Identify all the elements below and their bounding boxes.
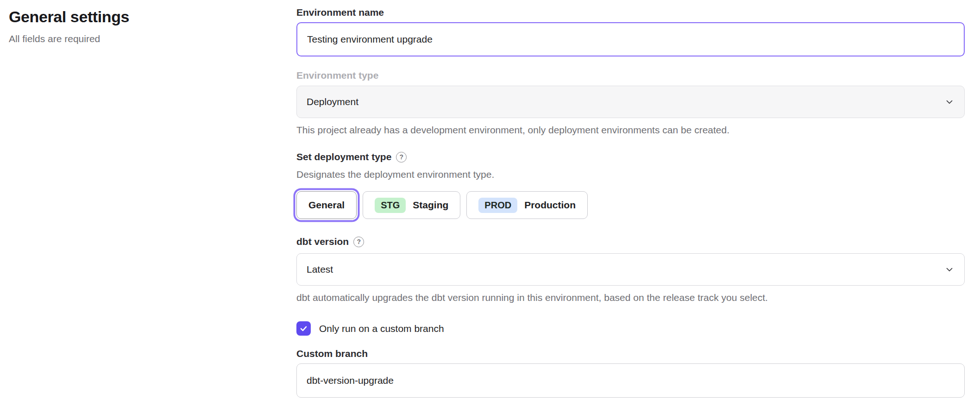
deployment-type-staging-label: Staging bbox=[413, 200, 448, 211]
deployment-type-production-label: Production bbox=[524, 200, 576, 211]
deployment-type-general-label: General bbox=[308, 200, 345, 211]
deployment-type-helper: Designates the deployment environment ty… bbox=[296, 168, 965, 181]
page-title: General settings bbox=[9, 7, 268, 26]
deployment-type-label: Set deployment type bbox=[296, 151, 391, 163]
page-subtitle: All fields are required bbox=[9, 33, 268, 44]
custom-branch-label: Custom branch bbox=[296, 348, 965, 360]
deployment-type-production-button[interactable]: PROD Production bbox=[466, 191, 588, 219]
environment-name-label: Environment name bbox=[296, 6, 965, 19]
chevron-down-icon bbox=[944, 264, 955, 275]
settings-header: General settings All fields are required bbox=[9, 7, 268, 44]
chevron-down-icon bbox=[944, 97, 955, 107]
environment-type-label: Environment type bbox=[296, 69, 965, 81]
deployment-type-general-button[interactable]: General bbox=[296, 191, 357, 219]
environment-name-input[interactable] bbox=[296, 22, 965, 56]
environment-type-helper: This project already has a development e… bbox=[296, 124, 965, 137]
help-icon[interactable]: ? bbox=[353, 237, 364, 247]
staging-badge: STG bbox=[375, 198, 406, 213]
dbt-version-label: dbt version bbox=[296, 236, 349, 248]
environment-type-select: Deployment bbox=[296, 86, 965, 118]
environment-settings-form: Environment name Environment type Deploy… bbox=[296, 6, 965, 398]
dbt-version-helper: dbt automatically upgrades the dbt versi… bbox=[296, 291, 965, 304]
help-icon[interactable]: ? bbox=[396, 152, 407, 162]
custom-branch-input[interactable] bbox=[296, 363, 965, 398]
deployment-type-options: General STG Staging PROD Production bbox=[296, 188, 965, 222]
custom-branch-checkbox[interactable] bbox=[296, 321, 311, 336]
production-badge: PROD bbox=[478, 198, 517, 213]
dbt-version-select[interactable]: Latest bbox=[296, 253, 965, 286]
dbt-version-value: Latest bbox=[307, 264, 333, 275]
checkmark-icon bbox=[299, 324, 308, 333]
custom-branch-checkbox-label[interactable]: Only run on a custom branch bbox=[319, 323, 444, 334]
deployment-type-staging-button[interactable]: STG Staging bbox=[363, 191, 460, 219]
environment-type-value: Deployment bbox=[307, 96, 358, 107]
